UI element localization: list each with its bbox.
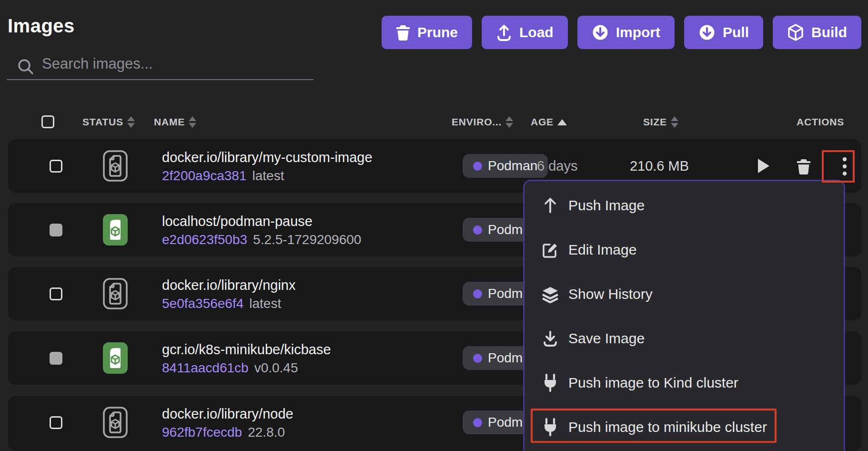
- load-button[interactable]: Load: [482, 16, 568, 49]
- prune-button[interactable]: Prune: [382, 16, 472, 49]
- arrow-up-icon: [541, 197, 560, 214]
- plug-icon: [541, 418, 560, 436]
- image-tag: 5.2.5-1729209600: [253, 232, 361, 247]
- menu-item-edit-image[interactable]: Edit Image: [525, 227, 844, 272]
- circle-arrow-down-icon: [592, 24, 609, 41]
- image-tag: v0.0.45: [254, 360, 298, 375]
- engine-dot-icon: [473, 354, 482, 363]
- image-name-cell[interactable]: docker.io/library/my-custom-image 2f200a…: [162, 148, 373, 185]
- sort-icon: [127, 116, 135, 128]
- page-title: Images: [8, 15, 75, 37]
- image-tag: 22.8.0: [248, 425, 285, 440]
- image-name[interactable]: docker.io/library/my-custom-image: [162, 148, 373, 167]
- engine-dot-icon: [473, 289, 482, 298]
- sort-ascending-icon: [557, 119, 567, 125]
- import-button[interactable]: Import: [577, 16, 675, 49]
- image-age: 6 days: [537, 158, 577, 174]
- search-icon: [17, 58, 34, 75]
- image-id: 962fb7fcecdb: [162, 425, 242, 440]
- image-name-cell[interactable]: localhost/podman-pause e2d0623f50b35.2.5…: [162, 212, 361, 249]
- menu-item-push-to-kind[interactable]: Push image to Kind cluster: [525, 360, 844, 405]
- column-header-age[interactable]: AGE: [531, 112, 567, 133]
- search-bar: [7, 51, 313, 88]
- layers-icon: [541, 285, 560, 303]
- plug-icon: [541, 374, 560, 392]
- image-id: 2f200a9ca381: [162, 168, 247, 183]
- column-header-status[interactable]: STATUS: [82, 112, 135, 133]
- image-id: 5e0fa356e6f4: [162, 296, 243, 311]
- row-checkbox-disabled: [50, 224, 62, 236]
- download-icon: [541, 330, 560, 347]
- image-id: 8411aacd61cb: [162, 360, 249, 375]
- menu-item-push-image[interactable]: Push Image: [525, 183, 844, 227]
- search-input[interactable]: [7, 51, 313, 80]
- image-tag: latest: [249, 296, 281, 311]
- image-id: e2d0623f50b3: [162, 232, 247, 247]
- sort-icon: [505, 116, 513, 128]
- delete-image-button[interactable]: [797, 158, 811, 176]
- image-name-cell[interactable]: docker.io/library/node 962fb7fcecdb22.8.…: [162, 404, 293, 441]
- circle-arrow-down-icon: [698, 24, 716, 41]
- engine-badge: Podman: [463, 154, 548, 178]
- menu-item-show-history[interactable]: Show History: [525, 272, 844, 316]
- engine-dot-icon: [473, 162, 482, 171]
- row-checkbox[interactable]: [50, 416, 62, 429]
- sort-icon: [189, 116, 196, 128]
- build-button[interactable]: Build: [773, 16, 861, 49]
- sort-icon: [671, 116, 678, 128]
- image-icon: [103, 150, 128, 184]
- column-header-environment[interactable]: ENVIRO...: [452, 112, 513, 133]
- edit-icon: [541, 241, 560, 258]
- pull-button[interactable]: Pull: [684, 16, 763, 49]
- upload-icon: [496, 24, 512, 41]
- row-checkbox[interactable]: [50, 160, 62, 173]
- image-name[interactable]: localhost/podman-pause: [162, 212, 361, 231]
- run-image-button[interactable]: [757, 158, 770, 175]
- toolbar: Prune Load Import Pull Build: [382, 16, 861, 49]
- image-name-cell[interactable]: gcr.io/k8s-minikube/kicbase 8411aacd61cb…: [162, 340, 331, 377]
- column-header-size[interactable]: SIZE: [643, 112, 678, 133]
- engine-dot-icon: [473, 226, 482, 235]
- image-actions-context-menu: Push Image Edit Image Show History Save …: [523, 180, 845, 451]
- select-all-checkbox[interactable]: [41, 115, 54, 128]
- image-name[interactable]: docker.io/library/nginx: [162, 276, 295, 295]
- row-checkbox[interactable]: [50, 287, 62, 300]
- table-header: STATUS NAME ENVIRO... AGE SIZE ACTIONS: [0, 112, 868, 133]
- engine-dot-icon: [473, 418, 482, 427]
- image-tag: latest: [252, 168, 284, 183]
- column-header-name[interactable]: NAME: [154, 112, 196, 133]
- image-in-use-icon: [103, 214, 128, 247]
- cube-icon: [787, 23, 804, 41]
- image-icon: [103, 278, 128, 311]
- trash-icon: [396, 24, 410, 41]
- row-checkbox-disabled: [50, 352, 62, 365]
- menu-item-push-to-minikube[interactable]: Push image to minikube cluster: [525, 405, 844, 449]
- image-name-cell[interactable]: docker.io/library/nginx 5e0fa356e6f4late…: [162, 276, 295, 313]
- image-icon: [103, 407, 128, 440]
- menu-item-save-image[interactable]: Save Image: [525, 316, 844, 360]
- image-name[interactable]: docker.io/library/node: [162, 404, 293, 423]
- kebab-menu-button[interactable]: [842, 156, 848, 178]
- image-in-use-icon: [103, 342, 128, 376]
- image-name[interactable]: gcr.io/k8s-minikube/kicbase: [162, 340, 331, 359]
- image-size: 210.6 MB: [630, 158, 689, 174]
- column-header-actions: ACTIONS: [797, 112, 844, 133]
